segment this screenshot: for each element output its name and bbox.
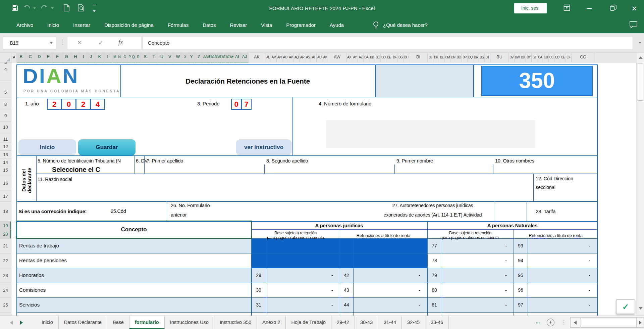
table-value-cell[interactable]: - <box>442 283 514 297</box>
table-code-cell[interactable]: 77 <box>427 238 442 253</box>
table-code-cell[interactable]: 79 <box>427 268 442 283</box>
name-box[interactable]: B19 <box>3 36 56 50</box>
row-header-16[interactable]: 16 <box>0 181 11 186</box>
column-header-V[interactable]: V <box>166 53 174 62</box>
column-header-AJ[interactable]: AJ <box>241 53 249 62</box>
ribbon-tab-ayuda[interactable]: Ayuda <box>323 17 351 33</box>
row-header-12[interactable]: 12 <box>0 144 11 149</box>
hscroll-left-button[interactable] <box>570 317 580 328</box>
column-header-X[interactable]: X <box>182 53 188 62</box>
column-header-BW[interactable]: BW <box>515 53 520 62</box>
column-header-M[interactable]: M <box>113 53 117 62</box>
name-box-dropdown-icon[interactable] <box>50 42 53 44</box>
column-header-K[interactable]: K <box>95 53 104 62</box>
sheet-tab-31-44[interactable]: 31-44 <box>378 316 402 329</box>
scroll-up-icon[interactable] <box>639 56 643 59</box>
insert-function-icon[interactable]: fx <box>118 39 123 46</box>
column-header-P[interactable]: P <box>128 53 131 62</box>
column-header-BZ[interactable]: BZ <box>532 53 537 62</box>
table-concept-cell[interactable]: Comisiones <box>19 283 46 297</box>
year-digit-box[interactable]: 0 <box>61 99 76 110</box>
sheet-canvas[interactable]: DIANPOR UNA COLOMBIA MÁS HONESTADeclarac… <box>11 62 636 316</box>
horizontal-scroll-track[interactable] <box>581 317 636 328</box>
column-header-AZ[interactable]: AZ <box>358 53 364 62</box>
row-header-4[interactable]: 4 <box>0 67 11 72</box>
table-value-cell[interactable]: - <box>353 283 427 297</box>
column-header-AB[interactable]: AB <box>207 53 211 62</box>
row-header-24[interactable]: 24 <box>0 288 11 293</box>
column-header-G[interactable]: G <box>62 53 71 62</box>
sheet-tab-29-42[interactable]: 29-42 <box>331 316 355 329</box>
row-header-11[interactable]: 11 <box>0 137 11 142</box>
tell-me-box[interactable]: ¿Qué desea hacer? <box>373 17 428 33</box>
column-header-AQ[interactable]: AQ <box>294 53 300 62</box>
sheet-tab-hoja-de-trabajo[interactable]: Hoja de Trabajo <box>286 316 331 329</box>
column-header-AT[interactable]: AT <box>311 53 317 62</box>
formula-bar-expand-icon[interactable] <box>639 42 641 44</box>
column-header-AC[interactable]: AC <box>211 53 214 62</box>
table-concept-cell[interactable]: Rentas de trabajo <box>19 238 59 253</box>
select-all-corner[interactable] <box>0 53 11 62</box>
column-header-BY[interactable]: BY <box>526 53 532 62</box>
column-header-BO[interactable]: BO <box>456 53 462 62</box>
column-header-E[interactable]: E <box>44 53 53 62</box>
guardar-button[interactable]: Guardar <box>78 139 136 155</box>
column-header-L[interactable]: L <box>104 53 113 62</box>
table-value-cell[interactable]: - <box>528 283 597 297</box>
column-header-CF[interactable]: CF <box>566 53 572 62</box>
table-code-cell[interactable]: 96 <box>514 283 528 297</box>
sheet-tab-datos-declarante[interactable]: Datos Declarante <box>59 316 107 329</box>
sheet-tab-anexo-2[interactable]: Anexo 2 <box>257 316 286 329</box>
row-header-19[interactable]: 19 <box>0 223 11 228</box>
check-shape[interactable]: ✓ <box>616 299 635 314</box>
column-header-AS[interactable]: AS <box>305 53 311 62</box>
column-header-AN[interactable]: AN <box>277 53 282 62</box>
sheet-tab-instructivo-350[interactable]: Instructivo 350 <box>214 316 257 329</box>
table-code-cell[interactable]: 29 <box>251 268 266 283</box>
column-header-CE[interactable]: CE <box>560 53 566 62</box>
table-code-cell[interactable]: 97 <box>514 297 528 312</box>
table-code-cell[interactable]: 44 <box>340 297 353 312</box>
table-value-cell[interactable]: - <box>528 268 597 283</box>
column-header-BE[interactable]: BE <box>386 53 392 62</box>
field5-value[interactable]: Seleccione el C <box>52 166 100 174</box>
column-header-I[interactable]: I <box>80 53 87 62</box>
table-value-cell[interactable]: - <box>528 297 597 312</box>
close-button[interactable]: × <box>627 0 642 17</box>
add-sheet-button[interactable]: + <box>547 319 554 326</box>
table-code-cell[interactable]: 93 <box>514 238 528 253</box>
table-concept-cell[interactable]: Servicios <box>19 297 40 312</box>
comment-icon[interactable] <box>629 21 638 29</box>
column-header-AA[interactable]: AA <box>203 53 207 62</box>
ribbon-tab-f-rmulas[interactable]: Fórmulas <box>161 17 196 33</box>
table-concept-cell[interactable]: Honorarios <box>19 268 44 283</box>
sheet-tab-formulario[interactable]: formulario <box>129 316 165 329</box>
ribbon-tab-programador[interactable]: Programador <box>279 17 323 33</box>
column-header-BB[interactable]: BB <box>369 53 375 62</box>
table-code-cell[interactable]: 42 <box>340 268 353 283</box>
column-header-BG[interactable]: BG <box>398 53 404 62</box>
column-header-CG[interactable]: CG <box>572 53 595 62</box>
column-header-AE[interactable]: AE <box>218 53 222 62</box>
column-header-H[interactable]: H <box>71 53 80 62</box>
table-code-cell[interactable]: 81 <box>427 297 442 312</box>
ribbon-tab-insertar[interactable]: Insertar <box>66 17 97 33</box>
table-code-cell[interactable]: 30 <box>251 283 266 297</box>
table-value-cell[interactable]: - <box>442 297 514 312</box>
ribbon-tab-datos[interactable]: Datos <box>196 17 223 33</box>
column-header-S[interactable]: S <box>141 53 150 62</box>
tabbar-splitter[interactable]: ⋮ <box>561 319 567 326</box>
period-digit-box[interactable]: 0 <box>231 99 241 110</box>
row-header-9[interactable]: 9 <box>0 113 11 118</box>
column-header-BS[interactable]: BS <box>479 53 485 62</box>
table-value-cell[interactable]: - <box>266 268 340 283</box>
column-header-BN[interactable]: BN <box>450 53 456 62</box>
column-header-U[interactable]: U <box>158 53 166 62</box>
column-header-Q[interactable]: Q <box>131 53 136 62</box>
row-header-10[interactable]: 10 <box>0 125 11 130</box>
table-concept-cell[interactable]: Rentas de pensiones <box>19 253 67 268</box>
inicio-button[interactable]: Inicio <box>18 139 76 155</box>
sheet-tab-32-45[interactable]: 32-45 <box>402 316 425 329</box>
column-header-AU[interactable]: AU <box>317 53 322 62</box>
sheet-tab-inicio[interactable]: Inicio <box>36 316 59 329</box>
